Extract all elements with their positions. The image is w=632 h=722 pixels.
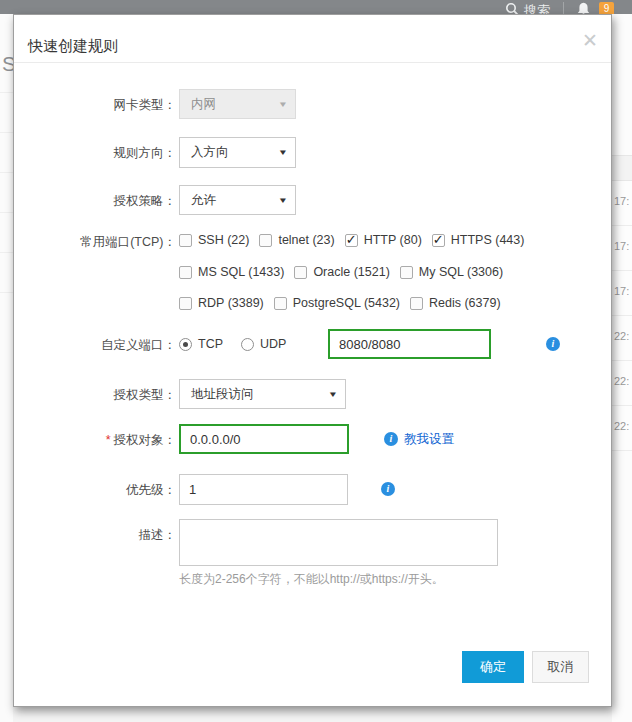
checkbox-icon[interactable] (345, 234, 358, 247)
port-checkbox-http[interactable]: HTTP (80) (345, 233, 422, 247)
auth-type-select[interactable]: 地址段访问 ▼ (179, 379, 346, 409)
page-topbar: 搜索 9 (0, 0, 632, 14)
background-page-right: 17: 17: 17: 22: 22: 22: (612, 14, 632, 722)
dialog-title: 快速创建规则 (28, 37, 118, 56)
checkbox-icon[interactable] (179, 297, 192, 310)
port-checkbox-mysql[interactable]: My SQL (3306) (400, 265, 503, 279)
table-row: 22: (612, 316, 632, 361)
port-checkbox-postgresql[interactable]: PostgreSQL (5432) (274, 296, 400, 310)
table-row: 17: (612, 226, 632, 271)
create-rule-dialog: 快速创建规则 ✕ 网卡类型： 内网 ▼ 规则方向： 入方向 ▼ 授权策略： 允许… (13, 14, 612, 707)
checkbox-label: HTTP (80) (364, 233, 422, 247)
direction-value: 入方向 (191, 144, 229, 161)
radio-label: TCP (198, 337, 223, 351)
checkbox-label: Redis (6379) (429, 296, 501, 310)
notification-badge[interactable]: 9 (599, 2, 614, 14)
checkbox-label: RDP (3389) (198, 296, 264, 310)
topbar-search[interactable]: 搜索 (505, 2, 550, 14)
nic-type-value: 内网 (191, 96, 216, 113)
policy-select[interactable]: 允许 ▼ (179, 185, 296, 215)
background-page-left: Se (0, 14, 13, 722)
checkbox-label: HTTPS (443) (451, 233, 525, 247)
checkbox-label: MS SQL (1433) (198, 265, 284, 279)
radio-icon[interactable] (241, 338, 254, 351)
protocol-radio-tcp[interactable]: TCP (179, 337, 223, 351)
checkbox-label: My SQL (3306) (419, 265, 503, 279)
caret-down-icon: ▼ (278, 196, 288, 205)
table-row: 22: (612, 361, 632, 406)
port-checkbox-ssh[interactable]: SSH (22) (179, 233, 249, 247)
direction-label: 规则方向： (14, 145, 176, 162)
port-checkbox-telnet[interactable]: telnet (23) (259, 233, 334, 247)
checkbox-label: Oracle (1521) (313, 265, 389, 279)
cancel-button[interactable]: 取消 (532, 651, 589, 683)
nic-type-select: 内网 ▼ (179, 89, 296, 119)
required-mark: * (106, 433, 111, 447)
info-icon[interactable]: i (546, 337, 560, 351)
teach-me-link[interactable]: 教我设置 (404, 431, 454, 448)
custom-port-input[interactable] (328, 329, 491, 359)
table-row: 17: (612, 271, 632, 316)
port-checkbox-redis[interactable]: Redis (6379) (410, 296, 501, 310)
checkbox-icon[interactable] (274, 297, 287, 310)
checkbox-icon[interactable] (179, 266, 192, 279)
nic-type-label: 网卡类型： (14, 97, 176, 114)
port-checkbox-mssql[interactable]: MS SQL (1433) (179, 265, 284, 279)
auth-type-label: 授权类型： (14, 387, 176, 404)
common-ports-label: 常用端口(TCP)： (14, 234, 176, 251)
checkbox-icon[interactable] (400, 266, 413, 279)
radio-icon[interactable] (179, 338, 192, 351)
checkbox-icon[interactable] (179, 234, 192, 247)
auth-type-value: 地址段访问 (191, 386, 254, 403)
caret-down-icon: ▼ (278, 100, 288, 109)
search-label[interactable]: 搜索 (524, 2, 550, 14)
description-hint: 长度为2-256个字符，不能以http://或https://开头。 (179, 571, 444, 588)
priority-input[interactable] (179, 474, 348, 505)
port-checkbox-oracle[interactable]: Oracle (1521) (294, 265, 389, 279)
caret-down-icon: ▼ (328, 390, 338, 399)
radio-label: UDP (260, 337, 286, 351)
policy-label: 授权策略： (14, 193, 176, 210)
priority-label: 优先级： (14, 482, 176, 499)
table-row: 22: (612, 406, 632, 451)
background-table-header (612, 155, 632, 181)
search-icon[interactable] (505, 2, 519, 14)
topbar-divider (563, 2, 564, 14)
checkbox-icon[interactable] (432, 234, 445, 247)
bell-icon[interactable] (577, 2, 590, 14)
checkbox-label: telnet (23) (278, 233, 334, 247)
port-checkbox-https[interactable]: HTTPS (443) (432, 233, 525, 247)
auth-object-label: *授权对象： (14, 432, 176, 449)
checkbox-label: PostgreSQL (5432) (293, 296, 400, 310)
direction-select[interactable]: 入方向 ▼ (179, 137, 296, 168)
caret-down-icon: ▼ (278, 148, 288, 157)
header-divider (14, 62, 611, 63)
checkbox-icon[interactable] (259, 234, 272, 247)
auth-object-input[interactable] (179, 424, 349, 454)
ok-button[interactable]: 确定 (462, 651, 524, 683)
background-heading-fragment: Se (2, 52, 13, 76)
description-textarea[interactable] (179, 519, 498, 566)
checkbox-label: SSH (22) (198, 233, 249, 247)
port-checkbox-rdp[interactable]: RDP (3389) (179, 296, 264, 310)
info-icon[interactable]: i (384, 432, 398, 446)
policy-value: 允许 (191, 192, 216, 209)
checkbox-icon[interactable] (294, 266, 307, 279)
protocol-radio-udp[interactable]: UDP (241, 337, 286, 351)
table-row: 17: (612, 181, 632, 226)
close-icon[interactable]: ✕ (582, 31, 598, 50)
info-icon[interactable]: i (381, 482, 395, 496)
description-label: 描述： (14, 527, 176, 544)
custom-port-label: 自定义端口： (14, 337, 176, 354)
checkbox-icon[interactable] (410, 297, 423, 310)
